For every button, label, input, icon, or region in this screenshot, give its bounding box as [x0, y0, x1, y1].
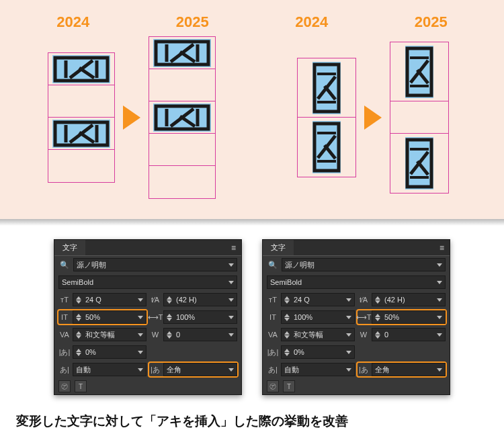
footer-icon[interactable]: T — [75, 380, 87, 392]
panel-tab[interactable]: 文字 — [263, 240, 294, 255]
chevron-down-icon — [437, 263, 442, 267]
stepper-icon[interactable] — [76, 349, 83, 356]
caption-text: 変形した文字に対して「アキを挿入」した際の挙動を改善 — [0, 402, 504, 428]
horizontal-scale-group — [13, 36, 249, 199]
aki-right-highlight: |あ 全角 — [356, 361, 447, 378]
panel-menu-icon[interactable]: ≡ — [226, 241, 241, 255]
stepper-icon[interactable] — [284, 349, 291, 356]
chevron-down-icon — [138, 316, 143, 319]
year-label-2025-left: 2025 — [133, 13, 253, 31]
kerning-field[interactable]: 和文等幅 — [281, 328, 355, 341]
horizontal-scale-highlight: ⟷T 50% — [356, 309, 447, 325]
tsume-field[interactable]: 0% — [281, 345, 355, 359]
stepper-icon[interactable] — [76, 331, 83, 339]
footer-icon[interactable]: T — [283, 380, 295, 392]
aki-left-field[interactable]: 自動 — [281, 363, 355, 376]
chevron-down-icon — [228, 368, 234, 372]
font-family-field[interactable]: 源ノ明朝 — [282, 258, 446, 271]
glyph-flat — [52, 55, 110, 83]
chevron-down-icon — [437, 281, 442, 284]
font-size-value: 24 Q — [85, 296, 135, 304]
panel-header: 文字 ≡ — [263, 240, 450, 256]
footer-icon[interactable]: ㋐ — [267, 380, 279, 392]
panel-menu-icon[interactable]: ≡ — [434, 241, 450, 255]
chevron-down-icon — [346, 368, 351, 372]
font-size-field[interactable]: 24 Q — [73, 293, 146, 306]
svg-line-4 — [79, 68, 94, 78]
stepper-icon[interactable] — [76, 296, 83, 304]
stepper-icon[interactable] — [167, 296, 173, 304]
footer-icon[interactable]: ㋐ — [58, 380, 71, 392]
horizontal-scale-value: 50% — [384, 313, 434, 321]
stepper-icon[interactable] — [284, 331, 291, 339]
font-family-value: 源ノ明朝 — [77, 260, 106, 270]
glyph-flat — [153, 39, 211, 67]
tsume-field[interactable]: 0% — [73, 345, 146, 359]
chevron-down-icon — [437, 333, 442, 337]
svg-line-34 — [417, 70, 428, 83]
stepper-icon[interactable] — [284, 296, 291, 304]
stepper-icon[interactable] — [375, 296, 382, 304]
chevron-down-icon — [228, 298, 234, 302]
vertical-scale-icon: IT — [267, 313, 279, 321]
stepper-icon[interactable] — [76, 314, 83, 321]
chevron-down-icon — [138, 333, 143, 337]
svg-line-9 — [79, 132, 94, 142]
aki-right-icon: |あ — [149, 365, 161, 375]
aki-left-icon: あ| — [58, 365, 71, 375]
kerning-icon: VA — [58, 331, 71, 339]
tracking-field[interactable]: 0 — [163, 328, 237, 341]
aki-left-field[interactable]: 自動 — [73, 363, 146, 376]
tracking-icon: W — [149, 331, 161, 339]
stepper-icon[interactable] — [284, 314, 291, 321]
glyph-flat — [153, 103, 211, 132]
panel-tab[interactable]: 文字 — [54, 240, 85, 255]
tracking-field[interactable]: 0 — [372, 328, 446, 341]
aki-right-field[interactable]: 全角 — [372, 363, 446, 376]
chevron-down-icon — [228, 281, 234, 284]
panel-footer-icons: ㋐ T — [263, 378, 450, 394]
stepper-icon[interactable] — [167, 314, 173, 321]
comparison-illustration: 2024 2025 2024 2025 — [0, 0, 504, 219]
chevron-down-icon — [228, 316, 234, 319]
kerning-icon: VA — [267, 331, 279, 339]
kerning-field[interactable]: 和文等幅 — [73, 328, 146, 341]
horizontal-scale-field[interactable]: 100% — [163, 310, 237, 324]
font-weight-field[interactable]: SemiBold — [267, 275, 446, 289]
character-panel-left: 文字 ≡ 🔍 源ノ明朝 SemiBold тT 24 Q — [54, 239, 242, 395]
leading-field[interactable]: (42 H) — [372, 293, 446, 306]
chevron-down-icon — [228, 333, 234, 337]
font-size-value: 24 Q — [294, 296, 343, 304]
tracking-icon: W — [358, 331, 370, 339]
kerning-value: 和文等幅 — [85, 330, 135, 340]
vertical-scale-field[interactable]: 50% — [73, 310, 146, 324]
arrow-icon — [123, 105, 140, 130]
stepper-icon[interactable] — [375, 314, 382, 321]
year-label-2024-right: 2024 — [252, 13, 372, 31]
leading-field[interactable]: (42 H) — [163, 293, 237, 306]
leading-value: (42 H) — [384, 296, 434, 304]
chevron-down-icon — [138, 368, 143, 372]
stepper-icon[interactable] — [167, 331, 173, 339]
character-panel-right: 文字 ≡ 🔍 源ノ明朝 SemiBold тT 24 Q — [262, 239, 450, 395]
aki-right-highlight: |あ 全角 — [148, 361, 239, 378]
svg-line-14 — [180, 52, 195, 62]
aki-right-icon: |あ — [358, 365, 370, 375]
aki-left-icon: あ| — [267, 365, 279, 375]
horizontal-scale-icon: ⟷T — [149, 313, 161, 322]
frame-2024-h — [48, 52, 115, 183]
glyph-narrow — [312, 121, 341, 173]
year-label-2024-left: 2024 — [13, 13, 133, 31]
vertical-scale-field[interactable]: 100% — [281, 310, 355, 324]
horizontal-scale-field[interactable]: 50% — [372, 310, 446, 324]
chevron-down-icon — [437, 368, 442, 372]
panel-footer-icons: ㋐ T — [54, 378, 241, 394]
divider-shadow — [0, 219, 504, 226]
aki-right-field[interactable]: 全角 — [163, 363, 237, 376]
font-size-field[interactable]: 24 Q — [281, 293, 355, 306]
svg-line-24 — [325, 86, 335, 99]
vertical-scale-icon: IT — [58, 313, 71, 321]
font-family-field[interactable]: 源ノ明朝 — [73, 258, 237, 271]
stepper-icon[interactable] — [375, 331, 382, 339]
font-weight-field[interactable]: SemiBold — [58, 275, 237, 289]
